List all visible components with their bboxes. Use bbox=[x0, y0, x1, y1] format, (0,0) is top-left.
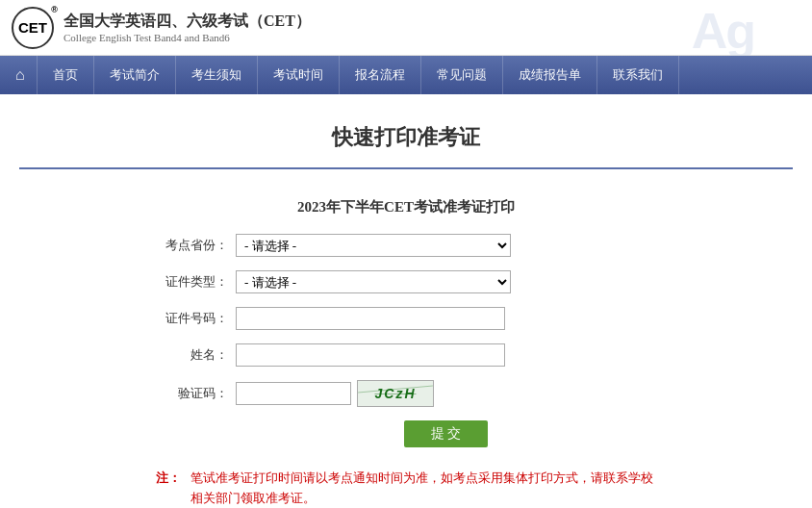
captcha-label: 验证码 bbox=[156, 385, 228, 402]
nav-time[interactable]: 考试时间 bbox=[258, 56, 340, 94]
id-number-input[interactable] bbox=[236, 307, 505, 330]
notice: 注： 笔试准考证打印时间请以考点通知时间为准，如考点采用集体打印方式，请联系学校… bbox=[156, 463, 656, 508]
notice-label: 注： bbox=[156, 469, 181, 508]
id-type-row: 证件类型 - 请选择 - bbox=[156, 270, 656, 293]
submit-row: 提 交 bbox=[236, 420, 656, 447]
logo: CET bbox=[12, 7, 54, 49]
province-label: 考点省份 bbox=[156, 237, 228, 254]
name-row: 姓名 bbox=[156, 343, 656, 367]
header-subtitle: College English Test Band4 and Band6 bbox=[63, 32, 311, 43]
navigation: ⌂ 首页 考试简介 考生须知 考试时间 报名流程 常见问题 成绩报告单 联系我们 bbox=[0, 56, 812, 94]
province-row: 考点省份 - 请选择 - bbox=[156, 234, 656, 257]
id-number-row: 证件号码 bbox=[156, 307, 656, 330]
nav-contact[interactable]: 联系我们 bbox=[597, 56, 679, 94]
main-content: 快速打印准考证 2023年下半年CET考试准考证打印 考点省份 - 请选择 - … bbox=[0, 94, 812, 508]
nav-report[interactable]: 成绩报告单 bbox=[503, 56, 597, 94]
nav-notice[interactable]: 考生须知 bbox=[176, 56, 258, 94]
header-text: 全国大学英语四、六级考试（CET） College English Test B… bbox=[63, 12, 311, 43]
name-label: 姓名 bbox=[156, 346, 228, 364]
id-type-label: 证件类型 bbox=[156, 273, 228, 291]
nav-home[interactable]: ⌂ bbox=[4, 56, 38, 94]
nav-register[interactable]: 报名流程 bbox=[340, 56, 421, 94]
logo-circle: CET bbox=[12, 7, 54, 49]
nav-faq[interactable]: 常见问题 bbox=[421, 56, 503, 94]
header: CET 全国大学英语四、六级考试（CET） College English Te… bbox=[0, 0, 812, 56]
header-title: 全国大学英语四、六级考试（CET） bbox=[63, 12, 311, 32]
watermark: Ag bbox=[692, 2, 754, 56]
logo-text: CET bbox=[18, 19, 47, 36]
captcha-row: 验证码 JCzH bbox=[156, 380, 656, 407]
home-icon: ⌂ bbox=[15, 66, 25, 84]
submit-button[interactable]: 提 交 bbox=[404, 420, 489, 447]
page-title: 快速打印准考证 bbox=[19, 114, 793, 169]
name-input[interactable] bbox=[236, 343, 505, 367]
nav-index[interactable]: 首页 bbox=[38, 56, 94, 94]
nav-intro[interactable]: 考试简介 bbox=[94, 56, 176, 94]
form-container: 2023年下半年CET考试准考证打印 考点省份 - 请选择 - 证件类型 - 请… bbox=[137, 189, 675, 508]
notice-text: 笔试准考证打印时间请以考点通知时间为准，如考点采用集体打印方式，请联系学校相关部… bbox=[190, 469, 656, 508]
captcha-image[interactable]: JCzH bbox=[357, 380, 434, 407]
id-number-label: 证件号码 bbox=[156, 310, 228, 327]
captcha-input[interactable] bbox=[236, 382, 351, 405]
form-section-title: 2023年下半年CET考试准考证打印 bbox=[156, 198, 656, 216]
province-select[interactable]: - 请选择 - bbox=[236, 234, 511, 257]
id-type-select[interactable]: - 请选择 - bbox=[236, 270, 511, 293]
